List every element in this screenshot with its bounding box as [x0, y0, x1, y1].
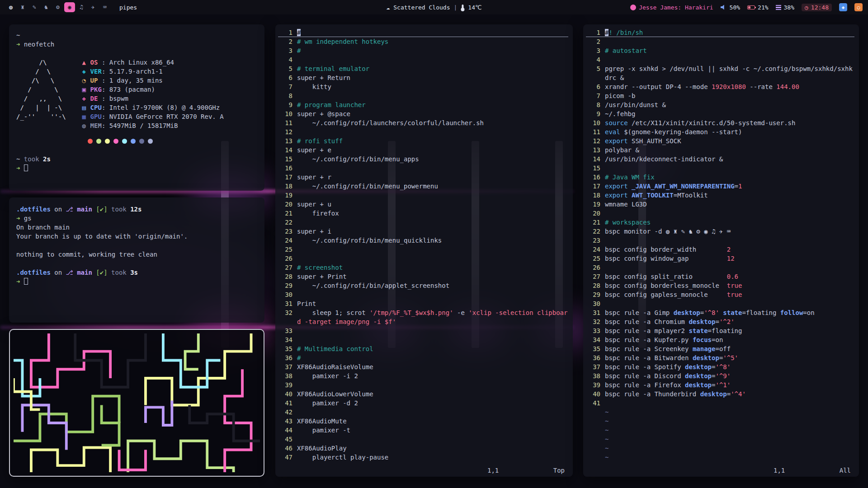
line-text: bspc rule -a Firefox desktop='^1'	[605, 380, 854, 389]
editor-line: 41​	[586, 399, 854, 408]
editor-line: 10source /etc/X11/xinit/xinitrc.d/50-sys…	[586, 118, 854, 127]
weather-module[interactable]: ☁ Scattered Clouds | 14℃	[386, 4, 481, 11]
editor-line: 16# Java WM fix	[586, 173, 854, 182]
terminal-line: .dotfiles on ⎇ main [✔] took 3s	[16, 268, 257, 277]
line-number: 7	[278, 82, 297, 91]
line-text: bspc rule -a Screenkey manage=off	[605, 344, 854, 353]
editor-line: 15 ~/.config/rofi/bin/menu_apps	[278, 155, 568, 164]
line-text: # Multimedia control	[297, 344, 568, 353]
line-text: polybar &	[605, 145, 854, 155]
cloud-icon: ☁	[386, 4, 390, 11]
line-text: bspc config gapless_monocle true	[605, 290, 854, 299]
line-text: #! /bin/sh	[605, 28, 854, 37]
editor-line: 32bspc rule -a Chromium desktop='^2'	[586, 317, 854, 326]
bluetooth-button[interactable]: ◈	[839, 3, 847, 11]
editor-line: 47 playerctl play-pause	[278, 453, 568, 462]
volume-value: 50%	[730, 4, 740, 11]
volume-module[interactable]: 50%	[721, 4, 740, 11]
line-number: 14	[278, 145, 297, 155]
editor-line: 37bspc rule -a Spotify desktop='^8'	[586, 362, 854, 371]
cursor-position: 1,1	[774, 467, 785, 474]
neofetch-label: OS	[90, 59, 102, 66]
editor-line: 41 pamixer -d 2	[278, 399, 568, 408]
workspace-icon-2[interactable]: ♜	[17, 2, 28, 12]
workspace-icon-4[interactable]: ♞	[41, 2, 52, 12]
line-number: 26	[278, 254, 297, 263]
editor-line: 32 sleep 1; scrot '/tmp/%F_%T_$wx$h.png'…	[278, 308, 568, 326]
workspace-icon-3[interactable]: ✎	[29, 2, 40, 12]
neofetch-label: MEM	[90, 122, 102, 129]
battery-icon	[747, 5, 755, 9]
line-text: picom -b	[605, 91, 854, 100]
editor-line: 37XF86AudioRaiseVolume	[278, 362, 568, 371]
editor-line: 1#	[278, 28, 568, 37]
workspace-icon-9[interactable]: ⌨	[99, 2, 110, 12]
workspace-icon-7[interactable]: ♫	[76, 2, 87, 12]
line-text: super + r	[297, 173, 568, 182]
line-number: 10	[586, 118, 605, 127]
power-button[interactable]: ○	[854, 3, 863, 11]
editor-bspwmrc[interactable]: 1#! /bin/sh2​3# autostart4​5pgrep -x sxh…	[583, 24, 859, 477]
editor-line: 24bspc config border_width 2	[586, 245, 854, 254]
neofetch-de-icon: ❖	[82, 94, 90, 103]
color-dot	[139, 139, 144, 144]
line-text: # screenshot	[297, 263, 568, 272]
memory-icon	[776, 5, 781, 10]
color-dot	[148, 139, 153, 144]
pipe-segment	[22, 405, 66, 450]
line-text: #	[297, 353, 568, 362]
neofetch-value: : 873 (pacman)	[102, 86, 155, 93]
line-text: ​	[605, 236, 854, 245]
line-text: super + e	[297, 145, 568, 155]
terminal-neofetch[interactable]: ~➜ neofetch​ /\ / \ /\ \ / \ / ,, \ / | …	[9, 24, 264, 191]
line-text: pamixer -i 2	[297, 371, 568, 380]
terminal-line: ➜	[16, 164, 257, 173]
neofetch-label: VER	[90, 68, 102, 75]
terminal-pipes[interactable]	[9, 329, 264, 477]
scroll-position: Top	[553, 467, 565, 474]
line-text: kitty	[297, 82, 568, 91]
line-text: ~/.config/rofi/bin/menu_quicklinks	[297, 236, 568, 245]
line-text: # program launcher	[297, 100, 568, 109]
line-number: 45	[278, 435, 297, 444]
music-module[interactable]: Jesse James: Harakiri	[630, 4, 713, 11]
line-number: 23	[278, 227, 297, 236]
line-number: 32	[278, 308, 297, 326]
workspace-icon-6[interactable]: ◉	[64, 2, 75, 12]
workspace-icon-5[interactable]: ⚙	[52, 2, 63, 12]
line-text: # terminal emulator	[297, 64, 568, 73]
line-number: 12	[586, 136, 605, 145]
editor-line: 44 pamixer -t	[278, 426, 568, 435]
editor-line: 11eval $(gnome-keyring-daemon --start)	[586, 127, 854, 136]
editor-line: 29 ~/.config/rofi/bin/applet_screenshot	[278, 281, 568, 290]
window-title: pipes	[119, 4, 137, 11]
battery-module[interactable]: 21%	[747, 4, 768, 11]
terminal-git[interactable]: .dotfiles on ⎇ main [✔] took 12s➜ gsOn b…	[9, 197, 264, 323]
pipe-segment	[102, 405, 119, 445]
editor-line: 13# rofi stuff	[278, 136, 568, 145]
editor-line: 35bspc rule -a Screenkey manage=off	[586, 344, 854, 353]
line-number: 34	[586, 335, 605, 344]
line-number: 36	[278, 353, 297, 362]
clock-module[interactable]: ◷ 12:48	[802, 4, 832, 11]
neofetch-info-row: ◔UP : 1 day, 35 mins	[82, 76, 224, 85]
editor-sxhkdrc[interactable]: 1#2# wm independent hotkeys3#4​5# termin…	[275, 24, 573, 477]
line-number: 38	[586, 371, 605, 380]
editor-line: 2​	[586, 37, 854, 46]
line-number: 29	[586, 290, 605, 299]
editor-tilde-line: ~	[586, 417, 854, 426]
line-text: bspc rule -a mplayer2 state=floating	[605, 326, 854, 335]
terminal-line: .dotfiles on ⎇ main [✔] took 12s	[16, 205, 257, 214]
memory-module[interactable]: 38%	[776, 4, 794, 11]
line-text: ​	[605, 399, 854, 408]
line-text: bspc config split_ratio 0.6	[605, 272, 854, 281]
editor-line: 7 kitty	[278, 82, 568, 91]
workspace-icon-1[interactable]: ◍	[5, 2, 16, 12]
line-number: 8	[586, 100, 605, 109]
editor-line: 25bspc config window_gap 12	[586, 254, 854, 263]
editor-line: 5pgrep -x sxhkd > /dev/null || sxhkd -c …	[586, 64, 854, 82]
neofetch-info-row: ▲OS : Arch Linux x86_64	[82, 58, 224, 67]
workspace-icon-8[interactable]: ✈	[88, 2, 99, 12]
editor-line: 13polybar &	[586, 145, 854, 155]
line-number: 11	[278, 118, 297, 127]
